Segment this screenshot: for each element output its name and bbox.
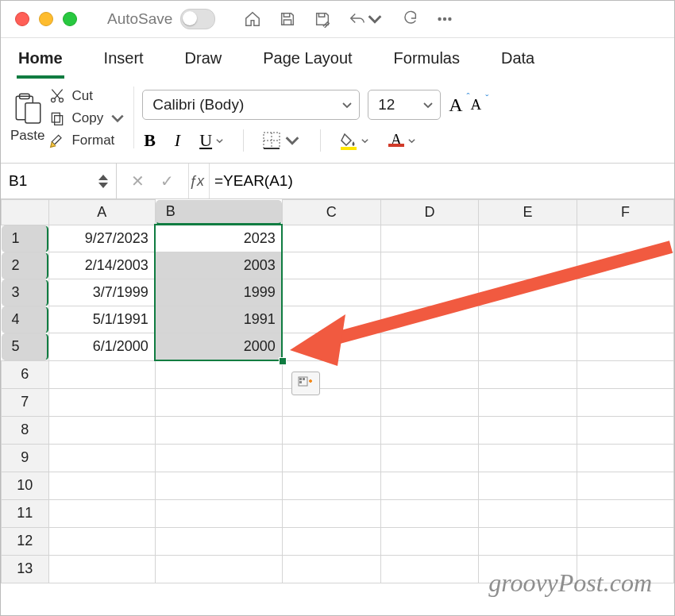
column-header-D[interactable]: D: [380, 200, 479, 225]
cancel-formula-icon[interactable]: ✕: [131, 171, 145, 191]
cell-B9[interactable]: [155, 444, 282, 472]
cell-D1[interactable]: [380, 225, 479, 252]
cell-F12[interactable]: [577, 527, 673, 555]
save-as-icon[interactable]: [314, 10, 331, 28]
cell-B12[interactable]: [155, 527, 282, 555]
name-box-spinner[interactable]: [98, 175, 108, 188]
cell-B1[interactable]: 2023: [155, 225, 282, 252]
cell-D6[interactable]: [380, 360, 479, 388]
cell-A1[interactable]: 9/27/2023: [48, 225, 155, 252]
row-header-13[interactable]: 13: [2, 555, 49, 583]
cell-E9[interactable]: [479, 444, 577, 472]
cell-F9[interactable]: [577, 444, 673, 472]
cell-F4[interactable]: [577, 306, 673, 333]
formula-input[interactable]: =YEAR(A1): [210, 172, 674, 190]
cell-F10[interactable]: [577, 472, 673, 499]
cell-C1[interactable]: [282, 225, 380, 252]
cut-button[interactable]: Cut: [49, 88, 125, 104]
fill-color-button[interactable]: [340, 131, 369, 150]
cell-A9[interactable]: [48, 444, 155, 472]
cell-F7[interactable]: [577, 388, 673, 416]
cell-A2[interactable]: 2/14/2003: [48, 252, 155, 279]
cell-C11[interactable]: [282, 499, 380, 527]
name-box[interactable]: B1: [1, 164, 117, 198]
accept-formula-icon[interactable]: ✓: [160, 171, 174, 191]
cell-D5[interactable]: [380, 333, 479, 361]
cell-B8[interactable]: [155, 416, 282, 444]
cell-A10[interactable]: [48, 472, 155, 499]
font-color-button[interactable]: A: [388, 134, 416, 147]
undo-button[interactable]: [349, 10, 384, 28]
italic-button[interactable]: I: [175, 130, 180, 151]
close-window-button[interactable]: [15, 12, 29, 26]
cell-E7[interactable]: [479, 388, 577, 416]
cell-D7[interactable]: [380, 388, 479, 416]
cell-D10[interactable]: [380, 472, 479, 499]
cell-D3[interactable]: [380, 279, 479, 306]
row-header-3[interactable]: 3: [2, 279, 48, 306]
column-header-A[interactable]: A: [48, 200, 155, 225]
column-header-B[interactable]: B: [156, 200, 282, 225]
row-header-6[interactable]: 6: [2, 360, 49, 388]
font-family-select[interactable]: Calibri (Body): [142, 90, 360, 120]
cell-F1[interactable]: [577, 225, 673, 252]
cell-A4[interactable]: 5/1/1991: [48, 306, 155, 333]
row-header-7[interactable]: 7: [2, 388, 49, 416]
paste-button[interactable]: Paste: [10, 87, 44, 144]
cell-A8[interactable]: [48, 416, 155, 444]
cell-B6[interactable]: [155, 360, 282, 388]
cell-B13[interactable]: [155, 555, 282, 583]
cell-E12[interactable]: [479, 527, 577, 555]
cell-E10[interactable]: [479, 472, 577, 499]
cell-F8[interactable]: [577, 416, 673, 444]
cell-E5[interactable]: [479, 333, 577, 361]
cell-C5[interactable]: [282, 333, 380, 361]
cell-F3[interactable]: [577, 279, 673, 306]
row-header-5[interactable]: 5: [2, 333, 48, 360]
fx-icon[interactable]: ƒx: [189, 173, 204, 190]
cell-E8[interactable]: [479, 416, 577, 444]
cell-A3[interactable]: 3/7/1999: [48, 279, 155, 306]
row-header-8[interactable]: 8: [2, 416, 49, 444]
cell-D12[interactable]: [380, 527, 479, 555]
cell-C8[interactable]: [282, 416, 380, 444]
cell-E11[interactable]: [479, 499, 577, 527]
cell-C10[interactable]: [282, 472, 380, 499]
cell-E2[interactable]: [479, 252, 577, 279]
row-header-10[interactable]: 10: [2, 472, 49, 499]
font-size-select[interactable]: 12: [368, 90, 441, 120]
cell-C9[interactable]: [282, 444, 380, 472]
cell-B4[interactable]: 1991: [155, 306, 282, 333]
cell-A12[interactable]: [48, 527, 155, 555]
cell-D9[interactable]: [380, 444, 479, 472]
cell-F5[interactable]: [577, 333, 673, 361]
cell-D2[interactable]: [380, 252, 479, 279]
tab-page-layout[interactable]: Page Layout: [261, 46, 353, 79]
cell-E4[interactable]: [479, 306, 577, 333]
cell-A11[interactable]: [48, 499, 155, 527]
cell-C3[interactable]: [282, 279, 380, 306]
cell-B3[interactable]: 1999: [155, 279, 282, 306]
cell-C12[interactable]: [282, 527, 380, 555]
tab-insert[interactable]: Insert: [102, 46, 145, 79]
spreadsheet-grid[interactable]: ABCDEF19/27/2023202322/14/2003200333/7/1…: [1, 199, 674, 583]
home-icon[interactable]: [244, 10, 261, 28]
column-header-C[interactable]: C: [282, 200, 380, 225]
save-icon[interactable]: [279, 10, 296, 28]
shrink-font-button[interactable]: Aˇ: [471, 96, 482, 114]
cell-E6[interactable]: [479, 360, 577, 388]
underline-button[interactable]: U: [199, 130, 224, 151]
row-header-9[interactable]: 9: [2, 444, 49, 472]
cell-B2[interactable]: 2003: [155, 252, 282, 279]
cell-D4[interactable]: [380, 306, 479, 333]
cell-A6[interactable]: [48, 360, 155, 388]
cell-A13[interactable]: [48, 555, 155, 583]
fill-handle[interactable]: [279, 357, 287, 365]
cell-D11[interactable]: [380, 499, 479, 527]
autofill-options-button[interactable]: [291, 372, 320, 395]
cell-C13[interactable]: [282, 555, 380, 583]
row-header-1[interactable]: 1: [2, 225, 48, 252]
autosave-toggle[interactable]: [180, 9, 215, 29]
row-header-11[interactable]: 11: [2, 499, 49, 527]
borders-button[interactable]: [263, 132, 301, 149]
